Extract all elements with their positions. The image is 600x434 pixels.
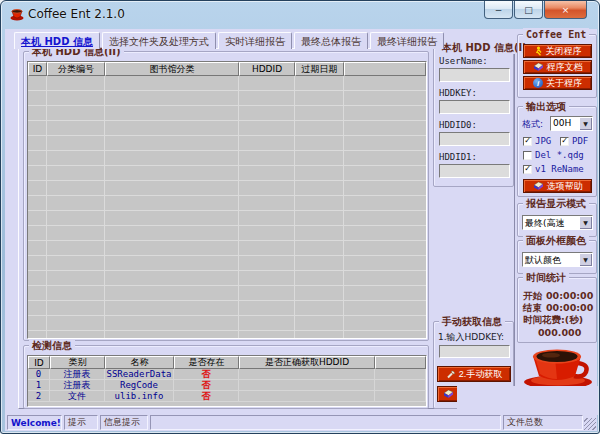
checkbox-mark[interactable]: ✓ — [523, 165, 532, 174]
group-output-title: 输出选项 — [523, 100, 569, 113]
checkbox-mark[interactable] — [523, 151, 532, 160]
format-combo[interactable]: 00H ▼ — [550, 116, 593, 131]
group-report-mode: 报告显示模式 最终(高速 ▼ — [517, 203, 597, 237]
group-coffee-ent-title: Coffee Ent — [523, 28, 589, 41]
hddid0-label: HDDID0: — [439, 120, 477, 130]
detect-row[interactable]: 2 文件 ulib.info 否 — [28, 391, 426, 402]
checkbox-pdf[interactable]: ✓ PDF — [560, 136, 588, 146]
manual-get-label: 2.手动获取 — [459, 368, 503, 381]
blank-overlay — [457, 386, 598, 415]
col-category[interactable]: 类别 — [50, 356, 105, 369]
hddid1-label: HDDID1: — [439, 152, 477, 162]
username-label: UserName: — [439, 56, 488, 66]
detect-table-header: ID 类别 名称 是否存在 是否正确获取HDDID — [28, 356, 426, 369]
group-report-mode-title: 报告显示模式 — [523, 197, 589, 210]
username-input[interactable] — [439, 68, 510, 82]
program-doc-button[interactable]: 程序文档 — [523, 60, 592, 74]
about-program-label: 关于程序 — [546, 77, 582, 90]
chevron-down-icon[interactable]: ▼ — [579, 253, 592, 266]
tab-final-detail-report[interactable]: 最终详细报告 — [370, 32, 444, 49]
checkbox-v1-rename[interactable]: ✓ v1 ReName — [523, 164, 584, 174]
group-hdd-info-1: 本机 HDD 信息(I) UserName: HDDKEY: HDDID0: H… — [433, 47, 514, 187]
group-detect-info: 检测信息 ID 类别 名称 是否存在 是否正确获取HDDID 0 注册表 SSR… — [23, 345, 429, 409]
coffee-logo-icon — [9, 8, 24, 21]
col-exists[interactable]: 是否存在 — [174, 356, 239, 369]
maximize-button[interactable]: □ — [514, 1, 543, 19]
hdd-table-header: ID 分类编号 图书馆分类 HDDID 过期日期 — [28, 62, 426, 76]
hddid0-input[interactable] — [439, 132, 510, 146]
cell-hddid-ok — [239, 369, 375, 379]
chevron-down-icon[interactable]: ▼ — [579, 216, 592, 229]
detect-row[interactable]: 0 注册表 SSReaderData 否 — [28, 369, 426, 380]
format-label: 格式: — [522, 118, 543, 131]
about-program-button[interactable]: i 关于程序 — [523, 76, 592, 90]
manual-get-button[interactable]: 2.手动获取 — [437, 366, 511, 382]
exit-person-icon — [534, 46, 543, 56]
cell-hddid-ok — [239, 380, 375, 390]
start-time-value: 00:00:00 — [546, 290, 593, 301]
tab-folder-selection[interactable]: 选择文件夹及处理方式 — [102, 32, 216, 49]
checkbox-jpg[interactable]: ✓ JPG — [523, 136, 551, 146]
group-hdd-info-2: 本机 HDD 信息(II) ID 分类编号 图书馆分类 HDDID 过期日期 — [23, 51, 429, 341]
col-extra[interactable] — [344, 62, 426, 76]
hddkey-input[interactable] — [439, 100, 510, 114]
checkbox-del-qdg[interactable]: Del *.qdg — [523, 150, 584, 160]
time-cost-label: 时间花费:(秒) — [523, 314, 583, 327]
col-extra[interactable] — [375, 356, 426, 369]
minimize-button[interactable]: − — [484, 1, 513, 19]
tab-realtime-report[interactable]: 实时详细报告 — [218, 32, 292, 49]
options-help-label: 选项帮助 — [547, 180, 583, 193]
panel-color-combo[interactable]: 默认颜色 ▼ — [522, 252, 593, 267]
window-title: Coffee Ent 2.1.0 — [28, 7, 125, 21]
col-library-category[interactable]: 图书馆分类 — [105, 62, 239, 76]
app-window: Coffee Ent 2.1.0 − □ × 本机 HDD 信息 选择文件夹及处… — [0, 0, 600, 434]
cell-category: 注册表 — [50, 369, 105, 379]
group-manual-title: 手动获取信息 — [439, 315, 505, 328]
detect-row[interactable]: 1 注册表 RegCode 否 — [28, 380, 426, 391]
book-icon — [443, 389, 454, 399]
checkbox-mark[interactable]: ✓ — [560, 137, 569, 146]
cell-extra — [375, 380, 426, 390]
tab-bar: 本机 HDD 信息 选择文件夹及处理方式 实时详细报告 最终总体报告 最终详细报… — [14, 32, 446, 49]
col-id[interactable]: ID — [28, 62, 47, 76]
col-hddid-ok[interactable]: 是否正确获取HDDID — [239, 356, 375, 369]
book-icon — [533, 62, 544, 72]
coffee-cup-image — [515, 347, 597, 389]
options-help-button[interactable]: 选项帮助 — [523, 179, 592, 193]
checkbox-label: v1 ReName — [535, 164, 584, 174]
hdd-table-body[interactable] — [28, 76, 426, 338]
resize-grip[interactable] — [584, 418, 596, 430]
checkbox-mark[interactable]: ✓ — [523, 137, 532, 146]
title-bar[interactable]: Coffee Ent 2.1.0 − □ × — [1, 1, 599, 28]
chevron-down-icon[interactable]: ▼ — [579, 117, 592, 130]
group-time-stats: 时间统计 开始 00:00:00 结束 00:00:00 时间花费:(秒) 00… — [517, 277, 597, 343]
col-hddid[interactable]: HDDID — [239, 62, 295, 76]
cell-extra — [375, 391, 426, 401]
hdd-table: ID 分类编号 图书馆分类 HDDID 过期日期 — [27, 61, 427, 339]
col-expire-date[interactable]: 过期日期 — [295, 62, 344, 76]
cell-id: 2 — [28, 391, 50, 401]
manual-hddkey-input[interactable] — [439, 345, 510, 358]
checkbox-label: JPG — [535, 136, 551, 146]
cell-category: 注册表 — [50, 380, 105, 390]
col-id[interactable]: ID — [28, 356, 50, 369]
close-program-button[interactable]: 关闭程序 — [523, 44, 592, 58]
welcome-text: Welcome! — [11, 418, 61, 428]
cell-id: 1 — [28, 380, 50, 390]
detect-table: ID 类别 名称 是否存在 是否正确获取HDDID 0 注册表 SSReader… — [27, 355, 427, 407]
col-category-no[interactable]: 分类编号 — [47, 62, 105, 76]
tab-final-summary-report[interactable]: 最终总体报告 — [294, 32, 368, 49]
report-mode-combo[interactable]: 最终(高速 ▼ — [522, 215, 593, 230]
close-button[interactable]: × — [544, 1, 587, 19]
book-icon — [533, 181, 544, 191]
status-info-hint: 信息提示 — [100, 415, 148, 430]
col-name[interactable]: 名称 — [105, 356, 174, 369]
hddid1-input[interactable] — [439, 164, 510, 178]
client-area: 本机 HDD 信息 选择文件夹及处理方式 实时详细报告 最终总体报告 最终详细报… — [5, 29, 597, 431]
tab-local-hdd-info[interactable]: 本机 HDD 信息 — [14, 32, 100, 49]
cell-exists: 否 — [174, 380, 239, 390]
report-mode-value: 最终(高速 — [523, 216, 579, 229]
program-doc-label: 程序文档 — [547, 61, 583, 74]
hddkey-label: HDDKEY: — [439, 88, 477, 98]
cell-name: ulib.info — [105, 391, 174, 401]
